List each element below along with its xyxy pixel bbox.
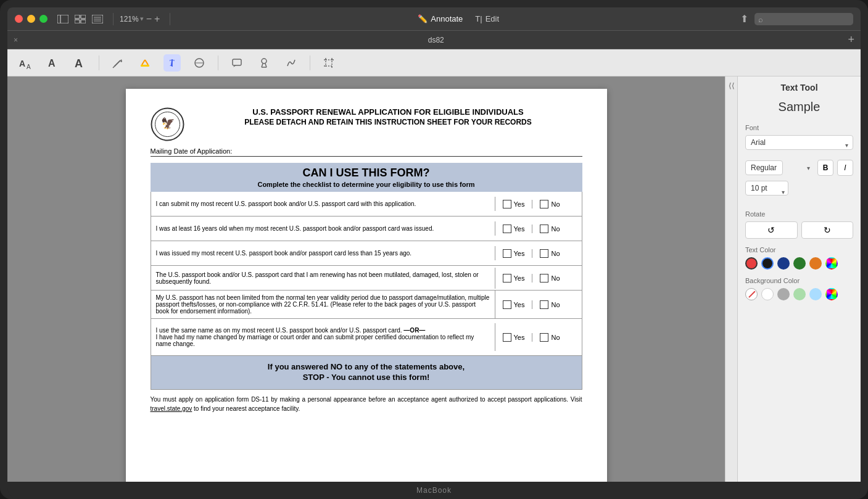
color-green[interactable] — [793, 257, 806, 270]
bg-color-section: Background Color — [745, 277, 853, 300]
no-checkbox[interactable] — [540, 274, 548, 282]
bg-multicolor[interactable] — [825, 288, 838, 300]
no-checkbox[interactable] — [540, 300, 548, 309]
title-right: ⬆ — [740, 13, 853, 25]
zoom-controls: 121% ▾ − + — [120, 14, 160, 24]
svg-text:A: A — [27, 64, 31, 69]
search-wrapper — [754, 13, 853, 25]
text-reduce-icon[interactable]: A A — [17, 54, 35, 72]
no-option: No — [532, 300, 567, 309]
zoom-out-button[interactable]: − — [146, 14, 152, 24]
title-center: ✏️ Annotate T| Edit — [176, 14, 740, 23]
tab-close-button[interactable]: × — [14, 36, 18, 44]
svg-line-14 — [114, 60, 120, 67]
checklist-text: My U.S. passport has not been limited fr… — [151, 291, 495, 318]
font-label: Font — [745, 124, 853, 131]
svg-rect-3 — [81, 15, 86, 19]
text-large-icon[interactable]: A — [72, 54, 89, 72]
minimize-button[interactable] — [27, 15, 35, 23]
laptop-frame: 121% ▾ − + ✏️ Annotate T| Edit ⬆ — [0, 0, 868, 499]
list-icon[interactable] — [92, 15, 103, 23]
share-icon[interactable]: ⬆ — [740, 13, 748, 25]
color-orange[interactable] — [809, 257, 822, 270]
yes-option: Yes — [495, 200, 532, 208]
yes-option: Yes — [495, 225, 532, 233]
italic-button[interactable]: I — [837, 160, 853, 176]
color-black[interactable] — [761, 257, 774, 270]
checklist-subtitle: Complete the checklist to determine your… — [154, 181, 579, 188]
checklist-options: Yes No — [495, 249, 582, 258]
crop-icon[interactable] — [320, 54, 337, 72]
travel-link[interactable]: travel.state.gov — [151, 405, 192, 412]
rotate-ccw-button[interactable]: ↺ — [745, 221, 798, 239]
search-input[interactable] — [754, 13, 853, 25]
color-red[interactable] — [745, 257, 758, 270]
bg-white[interactable] — [761, 288, 774, 300]
no-checkbox[interactable] — [540, 333, 548, 342]
bg-color-label: Background Color — [745, 277, 853, 284]
color-multicolor[interactable] — [825, 257, 838, 270]
draw-icon[interactable] — [283, 54, 300, 72]
bg-light-blue[interactable] — [809, 288, 822, 300]
yes-checkbox[interactable] — [503, 200, 511, 208]
font-selector[interactable]: Arial — [745, 135, 853, 150]
close-button[interactable] — [15, 15, 23, 23]
pdf-viewer[interactable]: 🦅 U.S. PASSPORT RENEWAL APPLICATION FOR … — [7, 76, 725, 482]
text-normal-icon[interactable]: A — [44, 54, 62, 72]
color-dark-blue[interactable] — [777, 257, 790, 270]
bg-gray[interactable] — [777, 288, 790, 300]
panel-collapse-button[interactable]: ⟨⟨ — [725, 76, 738, 482]
annotate-tab[interactable]: ✏️ Annotate — [418, 14, 463, 23]
footer-line2: STOP - You cannot use this form! — [157, 373, 576, 382]
fullscreen-button[interactable] — [39, 15, 48, 23]
zoom-in-button[interactable]: + — [154, 14, 160, 24]
svg-rect-5 — [81, 20, 86, 23]
bg-light-green[interactable] — [793, 288, 806, 300]
shapes-icon[interactable] — [191, 54, 208, 72]
checklist-options: Yes No — [495, 274, 582, 282]
checklist-text: The U.S. passport book and/or U.S. passp… — [151, 268, 495, 289]
macbook-label: MacBook — [416, 486, 452, 495]
separator-1 — [99, 56, 99, 70]
signature-icon[interactable] — [255, 54, 273, 72]
sidebar-icon[interactable] — [57, 15, 68, 23]
checklist-options: Yes No — [495, 333, 582, 342]
no-checkbox[interactable] — [540, 225, 548, 233]
no-checkbox[interactable] — [540, 200, 548, 208]
edit-tab[interactable]: T| Edit — [475, 14, 499, 23]
bold-button[interactable]: B — [817, 160, 833, 176]
pdf-page: 🦅 U.S. PASSPORT RENEWAL APPLICATION FOR … — [126, 89, 607, 482]
checklist-text: I can submit my most recent U.S. passpor… — [151, 197, 495, 211]
svg-rect-2 — [75, 15, 80, 19]
pdf-title-line2: PLEASE DETACH AND RETAIN THIS INSTRUCTIO… — [194, 118, 582, 126]
yes-option: Yes — [495, 249, 532, 258]
tab-add-button[interactable]: + — [848, 33, 854, 46]
text-cursor-icon[interactable]: T — [163, 54, 181, 72]
highlight-icon[interactable] — [136, 54, 154, 72]
pen-icon[interactable] — [109, 54, 126, 72]
checklist-row: I use the same name as on my most recent… — [151, 319, 582, 356]
style-selector[interactable]: Regular — [745, 160, 783, 175]
annotate-icon: ✏️ — [418, 14, 428, 23]
pdf-header: 🦅 U.S. PASSPORT RENEWAL APPLICATION FOR … — [151, 107, 582, 141]
yes-option: Yes — [495, 300, 532, 309]
svg-text:A: A — [19, 59, 25, 68]
rotate-cw-button[interactable]: ↻ — [801, 221, 854, 239]
font-size-selector[interactable]: 10 pt — [745, 181, 788, 196]
grid-icon[interactable] — [75, 15, 86, 23]
yes-checkbox[interactable] — [503, 249, 511, 258]
yes-checkbox[interactable] — [503, 225, 511, 233]
yes-checkbox[interactable] — [503, 300, 511, 309]
yes-checkbox[interactable] — [503, 274, 511, 282]
comment-icon[interactable] — [228, 54, 246, 72]
pdf-title-line1: U.S. PASSPORT RENEWAL APPLICATION FOR EL… — [194, 107, 582, 117]
no-checkbox[interactable] — [540, 249, 548, 258]
yes-checkbox[interactable] — [503, 333, 511, 342]
checklist-row: The U.S. passport book and/or U.S. passp… — [151, 266, 582, 291]
bg-transparent[interactable] — [745, 288, 758, 300]
sample-text: Sample — [745, 100, 853, 114]
svg-rect-4 — [75, 20, 80, 23]
us-seal-icon: 🦅 — [151, 107, 184, 141]
screen: 121% ▾ − + ✏️ Annotate T| Edit ⬆ — [7, 7, 861, 482]
zoom-level: 121% ▾ — [120, 15, 144, 23]
